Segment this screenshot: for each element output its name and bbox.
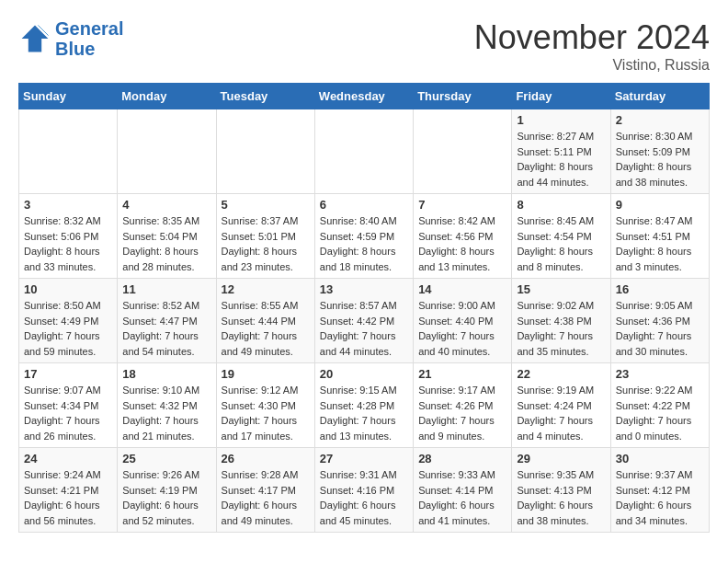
day-number: 23	[616, 367, 704, 381]
day-info: Sunrise: 8:27 AMSunset: 5:11 PMDaylight:…	[517, 131, 594, 188]
calendar-cell	[216, 109, 314, 194]
calendar-cell: 9 Sunrise: 8:47 AMSunset: 4:51 PMDayligh…	[610, 194, 709, 279]
calendar-cell: 14 Sunrise: 9:00 AMSunset: 4:40 PMDaylig…	[414, 279, 512, 363]
calendar-cell: 8 Sunrise: 8:45 AMSunset: 4:54 PMDayligh…	[512, 194, 610, 279]
weekday-header-friday: Friday	[512, 84, 610, 109]
calendar-cell	[19, 109, 118, 194]
calendar-week-row: 24 Sunrise: 9:24 AMSunset: 4:21 PMDaylig…	[19, 448, 710, 533]
calendar-cell: 13 Sunrise: 8:57 AMSunset: 4:42 PMDaylig…	[314, 279, 413, 363]
day-number: 10	[24, 282, 112, 296]
calendar-week-row: 17 Sunrise: 9:07 AMSunset: 4:34 PMDaylig…	[19, 363, 710, 448]
day-info: Sunrise: 8:32 AMSunset: 5:06 PMDaylight:…	[24, 215, 101, 272]
day-info: Sunrise: 8:45 AMSunset: 4:54 PMDaylight:…	[517, 215, 594, 272]
day-number: 30	[616, 452, 704, 465]
calendar-cell	[118, 109, 216, 194]
day-info: Sunrise: 9:33 AMSunset: 4:14 PMDaylight:…	[418, 469, 495, 526]
calendar-cell: 1 Sunrise: 8:27 AMSunset: 5:11 PMDayligh…	[512, 109, 610, 194]
day-info: Sunrise: 8:40 AMSunset: 4:59 PMDaylight:…	[320, 215, 397, 272]
calendar-cell: 15 Sunrise: 9:02 AMSunset: 4:38 PMDaylig…	[512, 279, 610, 363]
calendar-cell: 3 Sunrise: 8:32 AMSunset: 5:06 PMDayligh…	[19, 194, 118, 279]
page-header: General Blue November 2024 Vistino, Russ…	[18, 18, 710, 74]
calendar-cell: 27 Sunrise: 9:31 AMSunset: 4:16 PMDaylig…	[314, 448, 413, 533]
calendar-cell: 5 Sunrise: 8:37 AMSunset: 5:01 PMDayligh…	[216, 194, 314, 279]
calendar-cell: 22 Sunrise: 9:19 AMSunset: 4:24 PMDaylig…	[512, 363, 610, 448]
calendar-cell: 29 Sunrise: 9:35 AMSunset: 4:13 PMDaylig…	[512, 448, 610, 533]
day-number: 13	[320, 282, 408, 296]
day-info: Sunrise: 9:00 AMSunset: 4:40 PMDaylight:…	[418, 300, 495, 357]
day-number: 21	[418, 367, 506, 381]
calendar-cell: 7 Sunrise: 8:42 AMSunset: 4:56 PMDayligh…	[414, 194, 512, 279]
day-info: Sunrise: 9:19 AMSunset: 4:24 PMDaylight:…	[517, 385, 594, 442]
calendar-cell: 21 Sunrise: 9:17 AMSunset: 4:26 PMDaylig…	[414, 363, 512, 448]
day-info: Sunrise: 9:12 AMSunset: 4:30 PMDaylight:…	[222, 385, 299, 442]
calendar-cell: 24 Sunrise: 9:24 AMSunset: 4:21 PMDaylig…	[19, 448, 118, 533]
calendar-cell: 17 Sunrise: 9:07 AMSunset: 4:34 PMDaylig…	[19, 363, 118, 448]
day-info: Sunrise: 9:07 AMSunset: 4:34 PMDaylight:…	[24, 385, 101, 442]
weekday-header-wednesday: Wednesday	[314, 84, 413, 109]
weekday-header-saturday: Saturday	[610, 84, 709, 109]
day-number: 11	[122, 282, 210, 296]
day-info: Sunrise: 9:02 AMSunset: 4:38 PMDaylight:…	[517, 300, 594, 357]
day-number: 14	[418, 282, 506, 296]
calendar-cell: 20 Sunrise: 9:15 AMSunset: 4:28 PMDaylig…	[314, 363, 413, 448]
logo: General Blue	[18, 18, 123, 59]
calendar-week-row: 3 Sunrise: 8:32 AMSunset: 5:06 PMDayligh…	[19, 194, 710, 279]
calendar-table: SundayMondayTuesdayWednesdayThursdayFrid…	[18, 83, 710, 533]
day-number: 8	[517, 198, 605, 212]
day-number: 2	[616, 113, 704, 127]
day-info: Sunrise: 8:35 AMSunset: 5:04 PMDaylight:…	[122, 215, 199, 272]
day-number: 25	[122, 452, 210, 465]
weekday-header-monday: Monday	[118, 84, 216, 109]
calendar-cell: 16 Sunrise: 9:05 AMSunset: 4:36 PMDaylig…	[610, 279, 709, 363]
day-info: Sunrise: 9:24 AMSunset: 4:21 PMDaylight:…	[24, 469, 101, 526]
calendar-week-row: 10 Sunrise: 8:50 AMSunset: 4:49 PMDaylig…	[19, 279, 710, 363]
day-number: 6	[320, 198, 408, 212]
calendar-header-row: SundayMondayTuesdayWednesdayThursdayFrid…	[19, 84, 710, 109]
day-number: 9	[616, 198, 704, 212]
day-info: Sunrise: 8:42 AMSunset: 4:56 PMDaylight:…	[418, 215, 495, 272]
logo-icon	[18, 22, 51, 55]
day-number: 26	[222, 452, 310, 465]
calendar-cell	[414, 109, 512, 194]
day-number: 3	[24, 198, 112, 212]
day-number: 12	[222, 282, 310, 296]
day-info: Sunrise: 9:37 AMSunset: 4:12 PMDaylight:…	[616, 469, 693, 526]
day-info: Sunrise: 8:52 AMSunset: 4:47 PMDaylight:…	[122, 300, 199, 357]
day-number: 20	[320, 367, 408, 381]
day-number: 18	[122, 367, 210, 381]
day-info: Sunrise: 8:55 AMSunset: 4:44 PMDaylight:…	[222, 300, 299, 357]
day-info: Sunrise: 9:22 AMSunset: 4:22 PMDaylight:…	[616, 385, 693, 442]
weekday-header-thursday: Thursday	[414, 84, 512, 109]
day-number: 1	[517, 113, 605, 127]
calendar-cell	[314, 109, 413, 194]
calendar-cell: 6 Sunrise: 8:40 AMSunset: 4:59 PMDayligh…	[314, 194, 413, 279]
day-info: Sunrise: 8:37 AMSunset: 5:01 PMDaylight:…	[222, 215, 299, 272]
calendar-cell: 10 Sunrise: 8:50 AMSunset: 4:49 PMDaylig…	[19, 279, 118, 363]
day-number: 17	[24, 367, 112, 381]
day-info: Sunrise: 9:10 AMSunset: 4:32 PMDaylight:…	[122, 385, 199, 442]
day-info: Sunrise: 8:50 AMSunset: 4:49 PMDaylight:…	[24, 300, 101, 357]
day-info: Sunrise: 8:47 AMSunset: 4:51 PMDaylight:…	[616, 215, 693, 272]
day-info: Sunrise: 9:31 AMSunset: 4:16 PMDaylight:…	[320, 469, 397, 526]
weekday-header-sunday: Sunday	[19, 84, 118, 109]
calendar-cell: 18 Sunrise: 9:10 AMSunset: 4:32 PMDaylig…	[118, 363, 216, 448]
day-number: 22	[517, 367, 605, 381]
day-info: Sunrise: 9:05 AMSunset: 4:36 PMDaylight:…	[616, 300, 693, 357]
day-number: 5	[222, 198, 310, 212]
day-number: 4	[122, 198, 210, 212]
calendar-cell: 28 Sunrise: 9:33 AMSunset: 4:14 PMDaylig…	[414, 448, 512, 533]
day-info: Sunrise: 9:35 AMSunset: 4:13 PMDaylight:…	[517, 469, 594, 526]
day-info: Sunrise: 8:57 AMSunset: 4:42 PMDaylight:…	[320, 300, 397, 357]
day-number: 19	[222, 367, 310, 381]
day-number: 28	[418, 452, 506, 465]
calendar-cell: 25 Sunrise: 9:26 AMSunset: 4:19 PMDaylig…	[118, 448, 216, 533]
calendar-week-row: 1 Sunrise: 8:27 AMSunset: 5:11 PMDayligh…	[19, 109, 710, 194]
calendar-cell: 11 Sunrise: 8:52 AMSunset: 4:47 PMDaylig…	[118, 279, 216, 363]
weekday-header-tuesday: Tuesday	[216, 84, 314, 109]
day-number: 16	[616, 282, 704, 296]
day-info: Sunrise: 9:26 AMSunset: 4:19 PMDaylight:…	[122, 469, 199, 526]
logo-text: General Blue	[55, 18, 123, 59]
calendar-cell: 2 Sunrise: 8:30 AMSunset: 5:09 PMDayligh…	[610, 109, 709, 194]
day-info: Sunrise: 8:30 AMSunset: 5:09 PMDaylight:…	[616, 131, 693, 188]
day-number: 24	[24, 452, 112, 465]
